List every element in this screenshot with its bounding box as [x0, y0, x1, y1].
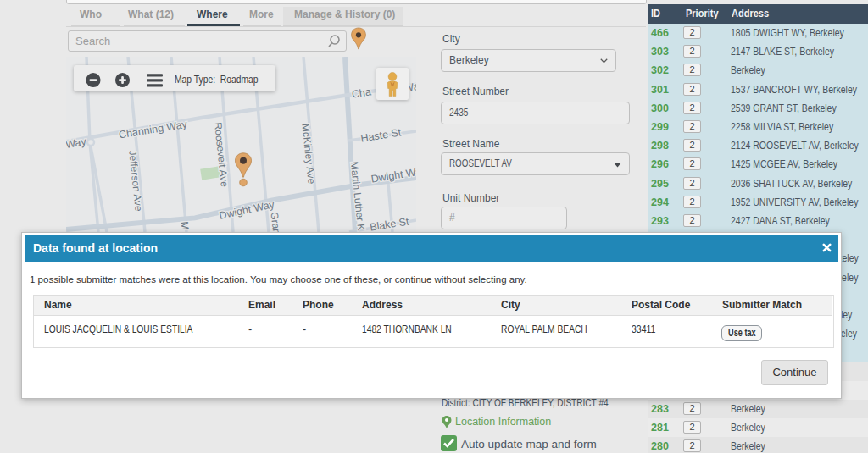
- svg-text:M: M: [178, 221, 191, 230]
- svg-text:McKinley Ave: McKinley Ave: [299, 123, 317, 185]
- svg-text:Jefferson Ave: Jefferson Ave: [126, 150, 145, 213]
- svg-text:Blake St: Blake St: [369, 215, 410, 232]
- svg-text:Haste St: Haste St: [360, 126, 403, 144]
- svg-text:Cha: Cha: [351, 86, 372, 100]
- svg-text:Way: Way: [66, 135, 87, 151]
- svg-text:Gran: Gran: [269, 212, 283, 232]
